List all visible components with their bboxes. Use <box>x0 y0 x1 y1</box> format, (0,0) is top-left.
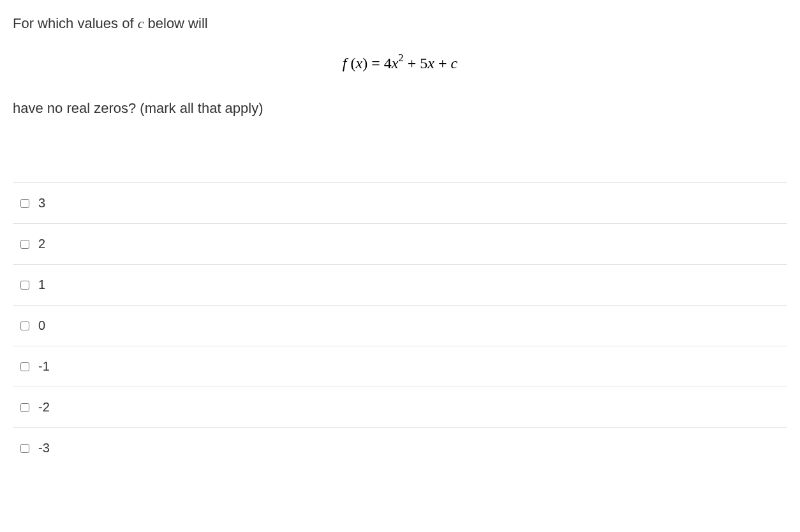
option-row[interactable]: -1 <box>13 346 787 387</box>
option-label: 2 <box>38 237 45 251</box>
option-label: 3 <box>38 196 45 211</box>
equation-display: f (x) = 4x2 + 5x + c <box>13 53 787 72</box>
option-row[interactable]: 3 <box>13 182 787 223</box>
question-var-c: c <box>138 15 144 31</box>
option-checkbox-5[interactable] <box>20 403 29 412</box>
option-checkbox-0[interactable] <box>20 199 29 208</box>
option-row[interactable]: 2 <box>13 223 787 264</box>
option-checkbox-4[interactable] <box>20 362 29 371</box>
option-label: -1 <box>38 359 50 374</box>
option-checkbox-3[interactable] <box>20 321 29 330</box>
option-row[interactable]: -2 <box>13 387 787 427</box>
option-checkbox-2[interactable] <box>20 281 29 290</box>
question-line-1-part1: For which values of <box>13 15 138 31</box>
option-label: 0 <box>38 318 45 333</box>
option-checkbox-6[interactable] <box>20 444 29 453</box>
option-row[interactable]: -3 <box>13 427 787 468</box>
option-checkbox-1[interactable] <box>20 240 29 249</box>
question-line-1-part2: below will <box>144 15 207 31</box>
option-label: -2 <box>38 400 50 415</box>
question-line-2: have no real zeros? (mark all that apply… <box>13 98 787 119</box>
option-label: 1 <box>38 277 45 292</box>
option-row[interactable]: 1 <box>13 264 787 305</box>
question-line-1: For which values of c below will <box>13 13 787 34</box>
options-list: 3 2 1 0 -1 -2 -3 <box>13 182 787 468</box>
option-label: -3 <box>38 441 50 455</box>
option-row[interactable]: 0 <box>13 305 787 346</box>
